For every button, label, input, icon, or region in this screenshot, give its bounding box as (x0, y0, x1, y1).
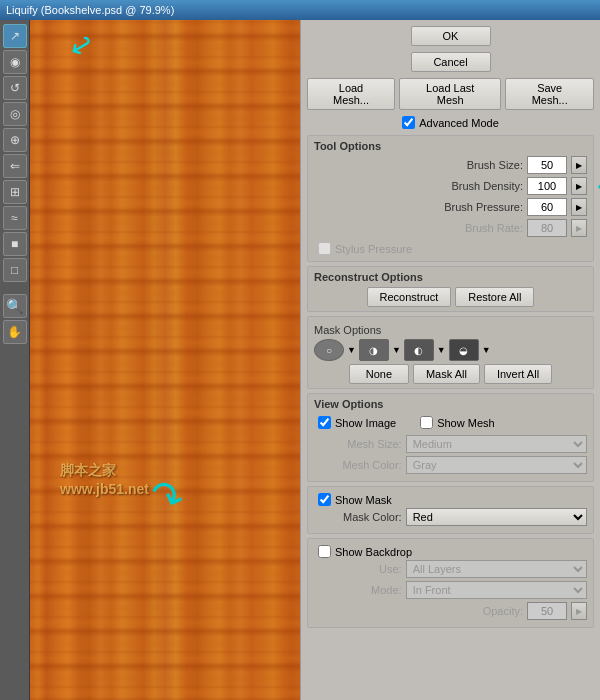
invert-all-button[interactable]: Invert All (484, 364, 552, 384)
reconstruct-buttons: Reconstruct Restore All (314, 287, 587, 307)
stylus-pressure-checkbox[interactable] (318, 242, 331, 255)
view-options-title: View Options (314, 398, 587, 410)
canvas-area[interactable]: ↩ 脚本之家www.jb51.net ↷ (30, 20, 300, 700)
brush-size-input[interactable]: 50 (527, 156, 567, 174)
mask-dropdown-arrow-4: ▼ (482, 345, 491, 355)
brush-pressure-input[interactable] (527, 198, 567, 216)
show-backdrop-checkbox[interactable] (318, 545, 331, 558)
show-backdrop-row: Show Backdrop (314, 543, 587, 560)
mask-action-buttons: None Mask All Invert All (314, 364, 587, 384)
cancel-button[interactable]: Cancel (411, 52, 491, 72)
mask-dropdown-arrow-2: ▼ (392, 345, 401, 355)
brush-rate-input[interactable] (527, 219, 567, 237)
mesh-color-select[interactable]: Gray (406, 456, 587, 474)
mask-icon-2[interactable]: ◑ (359, 339, 389, 361)
tool-options-title: Tool Options (314, 140, 587, 152)
freeze-mask-tool[interactable]: ■ (3, 232, 27, 256)
load-mesh-button[interactable]: Load Mesh... (307, 78, 395, 110)
mask-all-button[interactable]: Mask All (413, 364, 480, 384)
brush-density-row: Brush Density: ▶ ↩ (314, 177, 587, 195)
pucker-tool[interactable]: ◎ (3, 102, 27, 126)
show-backdrop-section: Show Backdrop Use: All Layers Mode: In F… (307, 538, 594, 628)
use-row: Use: All Layers (314, 560, 587, 578)
turbulence-tool[interactable]: ≈ (3, 206, 27, 230)
brush-density-label: Brush Density: (314, 180, 523, 192)
ok-button[interactable]: OK (411, 26, 491, 46)
brush-size-row: Brush Size: 50 ▶ (314, 156, 587, 174)
show-mask-checkbox[interactable] (318, 493, 331, 506)
stylus-pressure-row: Stylus Pressure (314, 240, 587, 257)
opacity-input[interactable] (527, 602, 567, 620)
opacity-label: Opacity: (314, 605, 523, 617)
advanced-mode-checkbox[interactable] (402, 116, 415, 129)
hand-tool[interactable]: ✋ (3, 320, 27, 344)
use-label: Use: (314, 563, 402, 575)
warp-tool[interactable]: ↗ (3, 24, 27, 48)
title-bar: Liquify (Bookshelve.psd @ 79.9%) (0, 0, 600, 20)
mask-icon-buttons: ○ ▼ ◑ ▼ ◐ ▼ ◒ ▼ (314, 339, 587, 361)
show-mesh-checkbox[interactable] (420, 416, 433, 429)
mask-icon-1[interactable]: ○ (314, 339, 344, 361)
mesh-size-row: Mesh Size: Medium (314, 435, 587, 453)
reconstruct-tool[interactable]: ◉ (3, 50, 27, 74)
show-mesh-row: Show Mesh (416, 414, 498, 431)
mask-options-section: Mask Options ○ ▼ ◑ ▼ ◐ ▼ ◒ ▼ None Mask A… (307, 316, 594, 389)
mask-icons-row: Mask Options (314, 324, 587, 336)
restore-all-button[interactable]: Restore All (455, 287, 534, 307)
brush-rate-label: Brush Rate: (314, 222, 523, 234)
mesh-buttons-row: Load Mesh... Load Last Mesh Save Mesh... (307, 78, 594, 110)
mask-color-row: Mask Color: Red (314, 508, 587, 526)
advanced-mode-row: Advanced Mode (307, 114, 594, 131)
show-mask-label: Show Mask (335, 494, 392, 506)
tool-options-section: Tool Options Brush Size: 50 ▶ Brush Dens… (307, 135, 594, 262)
advanced-mode-label: Advanced Mode (419, 117, 499, 129)
reconstruct-title: Reconstruct Options (314, 271, 587, 283)
show-image-checkbox[interactable] (318, 416, 331, 429)
save-mesh-button[interactable]: Save Mesh... (505, 78, 594, 110)
opacity-arrow[interactable]: ▶ (571, 602, 587, 620)
arrow-bottom: ↷ (143, 470, 191, 525)
right-panel: OK Cancel Load Mesh... Load Last Mesh Sa… (300, 20, 600, 700)
mask-icon-3[interactable]: ◐ (404, 339, 434, 361)
mask-icon-4[interactable]: ◒ (449, 339, 479, 361)
mask-dropdown-arrow-1: ▼ (347, 345, 356, 355)
push-left-tool[interactable]: ⇐ (3, 154, 27, 178)
show-image-row: Show Image (314, 414, 400, 431)
show-mask-row: Show Mask (314, 491, 587, 508)
brush-rate-row: Brush Rate: ▶ (314, 219, 587, 237)
mesh-color-row: Mesh Color: Gray (314, 456, 587, 474)
brush-density-arrow[interactable]: ▶ (571, 177, 587, 195)
stylus-pressure-label: Stylus Pressure (335, 243, 412, 255)
title-text: Liquify (Bookshelve.psd @ 79.9%) (6, 4, 174, 16)
mode-row: Mode: In Front (314, 581, 587, 599)
view-options-section: View Options Show Image Show Mesh Mesh S… (307, 393, 594, 482)
show-backdrop-label: Show Backdrop (335, 546, 412, 558)
use-select[interactable]: All Layers (406, 560, 587, 578)
brush-pressure-arrow[interactable]: ▶ (571, 198, 587, 216)
zoom-tool[interactable]: 🔍 (3, 294, 27, 318)
brush-size-arrow[interactable]: ▶ (571, 156, 587, 174)
thaw-mask-tool[interactable]: □ (3, 258, 27, 282)
reconstruct-button[interactable]: Reconstruct (367, 287, 452, 307)
twirl-tool[interactable]: ↺ (3, 76, 27, 100)
mirror-tool[interactable]: ⊞ (3, 180, 27, 204)
brush-density-input[interactable] (527, 177, 567, 195)
bloat-tool[interactable]: ⊕ (3, 128, 27, 152)
reconstruct-options-section: Reconstruct Options Reconstruct Restore … (307, 266, 594, 312)
mask-color-select[interactable]: Red (406, 508, 587, 526)
mesh-color-label: Mesh Color: (314, 459, 402, 471)
wood-canvas: ↩ 脚本之家www.jb51.net ↷ (30, 20, 300, 700)
mesh-size-label: Mesh Size: (314, 438, 402, 450)
brush-size-label: Brush Size: (314, 159, 523, 171)
mesh-size-select[interactable]: Medium (406, 435, 587, 453)
mode-select[interactable]: In Front (406, 581, 587, 599)
arrow-top-left: ↩ (63, 26, 99, 66)
brush-rate-arrow[interactable]: ▶ (571, 219, 587, 237)
left-toolbar: ↗ ◉ ↺ ◎ ⊕ ⇐ ⊞ ≈ ■ □ 🔍 ✋ (0, 20, 30, 700)
show-image-label: Show Image (335, 417, 396, 429)
none-button[interactable]: None (349, 364, 409, 384)
cancel-row: Cancel (307, 52, 594, 72)
load-last-mesh-button[interactable]: Load Last Mesh (399, 78, 501, 110)
ok-cancel-row: OK (307, 26, 594, 46)
watermark: 脚本之家www.jb51.net (60, 461, 149, 500)
